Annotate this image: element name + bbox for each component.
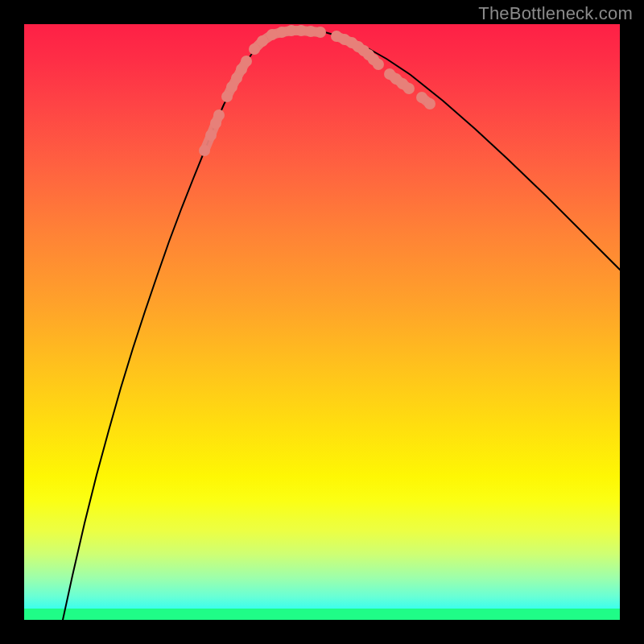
green-bottom-band: [24, 609, 620, 620]
chart-frame: TheBottleneck.com: [0, 0, 644, 644]
watermark-text: TheBottleneck.com: [478, 3, 633, 24]
plot-area: [24, 24, 620, 620]
heat-gradient: [24, 24, 620, 620]
